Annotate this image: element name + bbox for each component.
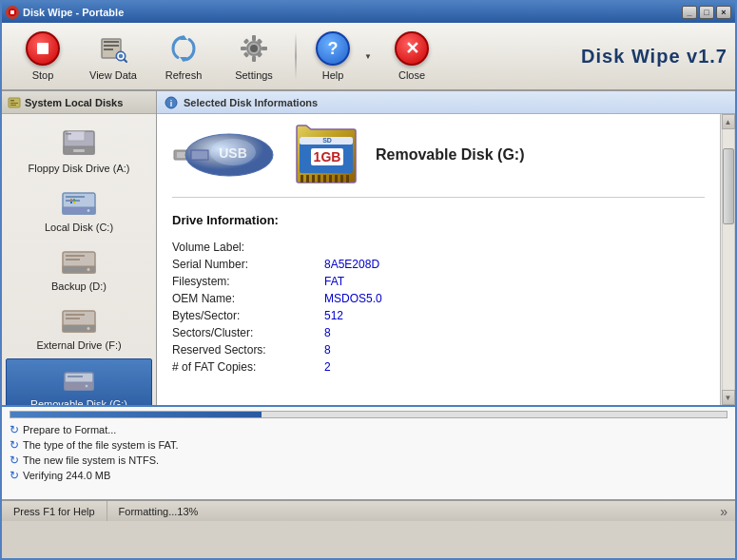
status-help-text: Press F1 for Help: [13, 506, 95, 517]
log-text-3: Verifying 244.0 MB: [23, 470, 110, 481]
status-arrow: »: [712, 504, 735, 519]
sidebar-item-local-c[interactable]: Local Disk (C:): [6, 182, 152, 240]
svg-rect-28: [73, 149, 85, 152]
log-icon-2: ↻: [10, 454, 19, 467]
svg-rect-43: [66, 255, 85, 257]
close-icon: ✕: [395, 31, 429, 66]
log-text-2: The new file system is NTFS.: [23, 454, 159, 466]
sidebar-item-removable-g[interactable]: Removable Disk (G:): [6, 358, 152, 405]
svg-rect-59: [191, 150, 208, 160]
svg-rect-34: [66, 200, 80, 202]
main-area: System Local Disks Floppy Disk Drive (A:…: [2, 91, 735, 405]
help-button[interactable]: ? Help: [304, 27, 361, 86]
backup-d-label: Backup (D:): [51, 280, 107, 292]
svg-rect-53: [68, 376, 83, 377]
log-progress-bar: [10, 412, 262, 417]
close-label: Close: [398, 69, 425, 81]
local-c-label: Local Disk (C:): [45, 222, 113, 233]
sidebar-item-floppy[interactable]: Floppy Disk Drive (A:): [6, 119, 152, 181]
settings-label: Settings: [235, 69, 273, 81]
title-bar-controls: _ □ ×: [682, 6, 731, 19]
stop-button[interactable]: Stop: [10, 27, 76, 86]
svg-rect-49: [66, 318, 80, 319]
sidebar-item-external-f[interactable]: External Drive (F:): [6, 299, 152, 357]
scroll-up-arrow[interactable]: ▲: [722, 114, 735, 129]
info-value-fs: FAT: [324, 275, 344, 288]
log-text-1: The type of the file system is FAT.: [23, 439, 179, 451]
content-scrollbar[interactable]: ▲ ▼: [720, 114, 735, 405]
content-area: i Selected Disk Informations: [157, 91, 735, 405]
svg-rect-75: [340, 175, 343, 183]
content-with-scroll: USB: [157, 114, 735, 405]
info-row-fat-copies: # of FAT Copies: 2: [172, 358, 705, 376]
local-disk-c-icon: [60, 188, 98, 219]
usb-drive-visual: USB: [172, 124, 277, 185]
svg-rect-37: [73, 199, 75, 201]
view-data-button[interactable]: View Data: [80, 27, 146, 86]
svg-rect-73: [329, 175, 332, 183]
removable-g-label: Removable Disk (G:): [30, 398, 127, 405]
sidebar-header-icon: [8, 96, 21, 109]
svg-rect-4: [104, 45, 119, 47]
info-label-fs: Filesystem:: [172, 275, 324, 288]
scrollbar-thumb[interactable]: [723, 148, 734, 224]
status-format: Formatting...13%: [107, 506, 713, 517]
log-icon-1: ↻: [10, 438, 19, 452]
sidebar-header: System Local Disks: [2, 91, 156, 114]
settings-button[interactable]: Settings: [221, 27, 287, 86]
svg-rect-23: [10, 103, 18, 104]
external-drive-f-icon: [60, 306, 98, 337]
help-dropdown-arrow[interactable]: ▼: [361, 27, 375, 86]
info-label-volume: Volume Label:: [172, 241, 324, 254]
svg-rect-15: [241, 47, 246, 50]
floppy-label: Floppy Disk Drive (A:): [29, 163, 130, 174]
info-label-bytes: Bytes/Sector:: [172, 309, 324, 322]
svg-rect-38: [70, 202, 72, 203]
info-value-serial: 8A5E208D: [324, 258, 379, 271]
svg-text:i: i: [170, 99, 173, 108]
stop-icon: [26, 31, 60, 66]
svg-rect-69: [306, 175, 309, 183]
sidebar-item-backup-d[interactable]: Backup (D:): [6, 241, 152, 299]
refresh-button[interactable]: Refresh: [150, 27, 217, 86]
info-row-oem: OEM Name: MSDOS5.0: [172, 290, 705, 307]
svg-rect-48: [66, 314, 85, 316]
svg-rect-22: [10, 100, 14, 102]
drive-info-table: Volume Label: Serial Number: 8A5E208D Fi…: [172, 239, 705, 376]
svg-text:USB: USB: [219, 145, 247, 161]
svg-rect-24: [10, 105, 16, 106]
refresh-label: Refresh: [165, 69, 203, 81]
view-data-icon: [96, 31, 130, 66]
info-label-sectors: Sectors/Cluster:: [172, 326, 324, 339]
info-value-bytes: 512: [324, 309, 343, 322]
svg-rect-26: [68, 131, 85, 141]
content-header: i Selected Disk Informations: [157, 91, 735, 114]
log-entry-3: ↻ Verifying 244.0 MB: [10, 468, 727, 483]
status-bar: Press F1 for Help Formatting...13% »: [2, 500, 735, 521]
svg-point-32: [87, 209, 90, 213]
disk-display-name: Removable Disk (G:): [376, 146, 524, 164]
window-title: Disk Wipe - Portable: [23, 7, 124, 18]
close-button[interactable]: ✕ Close: [378, 27, 445, 86]
scroll-down-arrow[interactable]: ▼: [722, 390, 735, 405]
title-bar: Disk Wipe - Portable _ □ ×: [2, 2, 735, 23]
svg-rect-5: [104, 48, 113, 50]
backup-disk-d-icon: [60, 247, 98, 278]
svg-rect-76: [346, 175, 349, 183]
svg-rect-72: [323, 175, 326, 183]
toolbar-separator: [295, 32, 297, 80]
info-label-reserved: Reserved Sectors:: [172, 343, 324, 357]
info-row-bytes-sector: Bytes/Sector: 512: [172, 307, 705, 324]
log-icon-0: ↻: [10, 423, 19, 436]
info-value-sectors: 8: [324, 326, 331, 339]
minimize-button[interactable]: _: [682, 6, 697, 19]
svg-point-52: [85, 384, 88, 388]
sidebar-items: Floppy Disk Drive (A:): [2, 114, 156, 405]
svg-rect-74: [335, 175, 338, 183]
log-entry-0: ↻ Prepare to Format...: [10, 422, 727, 437]
content-body: USB: [157, 114, 720, 405]
info-value-oem: MSDOS5.0: [324, 292, 382, 305]
maximize-button[interactable]: □: [699, 6, 714, 19]
close-window-button[interactable]: ×: [716, 6, 731, 19]
info-icon: i: [165, 96, 178, 109]
